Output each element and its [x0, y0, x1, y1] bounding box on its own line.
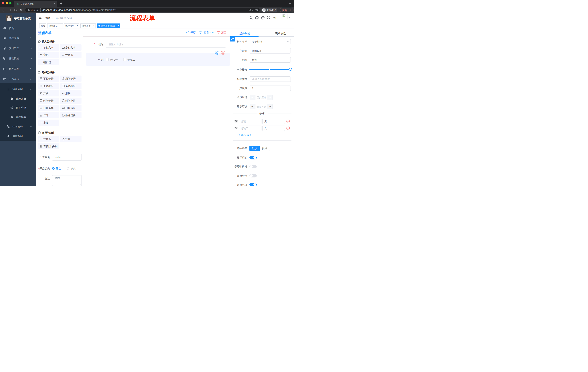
svg-text:T: T: [273, 17, 275, 20]
svg-text:123: 123: [62, 54, 64, 56]
svg-text:T: T: [275, 16, 277, 20]
